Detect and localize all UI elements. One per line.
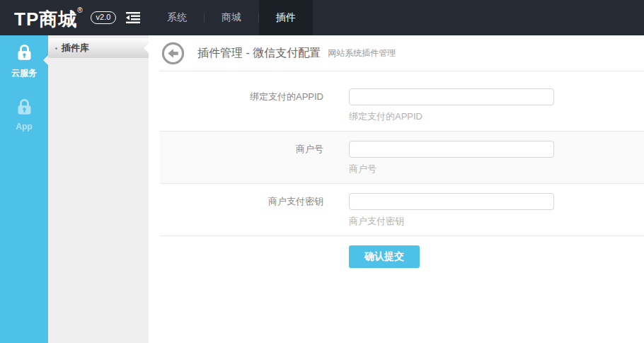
pay-key-help-text: 商户支付密钥 <box>349 216 644 227</box>
pay-key-field-label: 商户支付密钥 <box>160 195 323 208</box>
primary-sidebar: 云服务 App <box>0 35 48 343</box>
appid-input[interactable] <box>349 88 554 105</box>
merchant-id-help-text: 商户号 <box>349 163 644 175</box>
main-content: 插件管理 - 微信支付配置 网站系统插件管理 绑定支付的APPID 绑定支付的A… <box>149 35 644 343</box>
lock-icon <box>15 43 34 65</box>
page-subtitle: 网站系统插件管理 <box>328 47 396 59</box>
main-nav: 系统 商城 插件 <box>150 0 313 35</box>
confirm-submit-button[interactable]: 确认提交 <box>349 245 420 268</box>
merchant-id-input[interactable] <box>349 141 554 158</box>
secondary-sidebar: 插件库 <box>48 35 149 343</box>
back-button[interactable] <box>161 42 185 65</box>
page-header: 插件管理 - 微信支付配置 网站系统插件管理 <box>149 35 644 71</box>
submenu-item-plugin-library[interactable]: 插件库 <box>48 38 149 58</box>
merchant-id-field-label: 商户号 <box>160 143 323 156</box>
form-row-merchant-id: 商户号 商户号 <box>160 132 644 184</box>
form-row-appid: 绑定支付的APPID 绑定支付的APPID <box>160 71 644 132</box>
nav-item-mall[interactable]: 商城 <box>205 0 258 35</box>
collapse-menu-icon[interactable] <box>126 11 142 24</box>
submenu-item-label: 插件库 <box>62 42 89 54</box>
registered-mark: ® <box>77 6 83 14</box>
active-item-pointer <box>144 43 149 53</box>
nav-item-system[interactable]: 系统 <box>150 0 204 35</box>
appid-help-text: 绑定支付的APPID <box>349 111 644 122</box>
bullet-dot-icon <box>55 47 57 50</box>
sidebar-item-app[interactable]: App <box>0 98 48 132</box>
top-header: TP商城® v2.0 系统 商城 插件 <box>0 0 644 35</box>
logo-area: TP商城® v2.0 <box>0 0 150 35</box>
lock-icon <box>15 98 34 120</box>
pay-key-input[interactable] <box>349 193 554 210</box>
page-title: 插件管理 - 微信支付配置 <box>197 46 321 61</box>
sidebar-item-cloud-service[interactable]: 云服务 <box>0 43 48 79</box>
version-badge: v2.0 <box>91 11 117 24</box>
nav-item-plugins[interactable]: 插件 <box>259 0 313 35</box>
sidebar-item-label: 云服务 <box>11 67 37 79</box>
active-section-pointer <box>43 55 48 65</box>
sidebar-item-label: App <box>16 122 32 132</box>
form-row-submit: 确认提交 <box>160 236 644 268</box>
form-row-pay-key: 商户支付密钥 商户支付密钥 <box>160 184 644 236</box>
appid-field-label: 绑定支付的APPID <box>160 91 323 103</box>
app-logo: TP商城® <box>14 7 84 28</box>
